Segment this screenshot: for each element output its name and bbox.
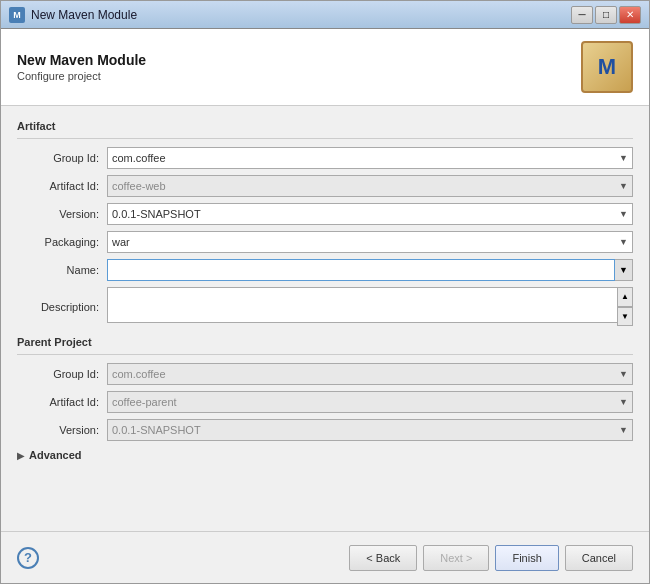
- close-button[interactable]: ✕: [619, 6, 641, 24]
- artifact-id-combo[interactable]: coffee-web ▼: [107, 175, 633, 197]
- title-bar: M New Maven Module ─ □ ✕: [1, 1, 649, 29]
- parent-group-id-control: com.coffee ▼: [107, 363, 633, 385]
- help-button[interactable]: ?: [17, 547, 39, 569]
- name-label: Name:: [17, 264, 107, 276]
- parent-artifact-id-combo[interactable]: coffee-parent ▼: [107, 391, 633, 413]
- artifact-id-row: Artifact Id: coffee-web ▼: [17, 175, 633, 197]
- name-dropdown-button[interactable]: ▼: [615, 259, 633, 281]
- parent-divider: [17, 354, 633, 355]
- group-id-row: Group Id: com.coffee ▼: [17, 147, 633, 169]
- advanced-label: Advanced: [29, 449, 82, 461]
- parent-version-label: Version:: [17, 424, 107, 436]
- packaging-label: Packaging:: [17, 236, 107, 248]
- advanced-triangle-icon: ▶: [17, 450, 25, 461]
- name-row: Name: ▼: [17, 259, 633, 281]
- parent-group-id-arrow-icon: ▼: [619, 369, 628, 379]
- packaging-arrow-icon: ▼: [619, 237, 628, 247]
- maximize-button[interactable]: □: [595, 6, 617, 24]
- dialog-title: New Maven Module: [17, 52, 146, 68]
- window-title: New Maven Module: [31, 8, 571, 22]
- parent-version-row: Version: 0.0.1-SNAPSHOT ▼: [17, 419, 633, 441]
- content-area: Artifact Group Id: com.coffee ▼ Artifact…: [1, 106, 649, 531]
- description-scroll-up[interactable]: ▲: [617, 287, 633, 307]
- advanced-row[interactable]: ▶ Advanced: [17, 449, 633, 461]
- description-control: ▲ ▼: [107, 287, 633, 326]
- parent-section-label: Parent Project: [17, 336, 633, 348]
- version-combo[interactable]: 0.0.1-SNAPSHOT ▼: [107, 203, 633, 225]
- parent-version-arrow-icon: ▼: [619, 425, 628, 435]
- header-section: New Maven Module Configure project M: [1, 29, 649, 106]
- dialog-subtitle: Configure project: [17, 70, 146, 82]
- minimize-button[interactable]: ─: [571, 6, 593, 24]
- parent-artifact-id-label: Artifact Id:: [17, 396, 107, 408]
- version-row: Version: 0.0.1-SNAPSHOT ▼: [17, 203, 633, 225]
- next-button[interactable]: Next >: [423, 545, 489, 571]
- footer-buttons: < Back Next > Finish Cancel: [349, 545, 633, 571]
- parent-group-id-label: Group Id:: [17, 368, 107, 380]
- artifact-id-control: coffee-web ▼: [107, 175, 633, 197]
- packaging-row: Packaging: war ▼: [17, 231, 633, 253]
- parent-version-control: 0.0.1-SNAPSHOT ▼: [107, 419, 633, 441]
- version-label: Version:: [17, 208, 107, 220]
- version-control: 0.0.1-SNAPSHOT ▼: [107, 203, 633, 225]
- name-control: ▼: [107, 259, 633, 281]
- description-scrollbar: ▲ ▼: [617, 287, 633, 326]
- parent-version-combo[interactable]: 0.0.1-SNAPSHOT ▼: [107, 419, 633, 441]
- description-scroll-down[interactable]: ▼: [617, 307, 633, 327]
- group-id-label: Group Id:: [17, 152, 107, 164]
- parent-artifact-id-arrow-icon: ▼: [619, 397, 628, 407]
- finish-button[interactable]: Finish: [495, 545, 558, 571]
- back-button[interactable]: < Back: [349, 545, 417, 571]
- group-id-combo[interactable]: com.coffee ▼: [107, 147, 633, 169]
- artifact-divider: [17, 138, 633, 139]
- artifact-id-label: Artifact Id:: [17, 180, 107, 192]
- footer: ? < Back Next > Finish Cancel: [1, 531, 649, 583]
- description-row: Description: ▲ ▼: [17, 287, 633, 326]
- group-id-arrow-icon: ▼: [619, 153, 628, 163]
- description-label: Description:: [17, 301, 107, 313]
- parent-group-id-combo[interactable]: com.coffee ▼: [107, 363, 633, 385]
- name-input[interactable]: [107, 259, 615, 281]
- maven-icon: M: [581, 41, 633, 93]
- cancel-button[interactable]: Cancel: [565, 545, 633, 571]
- artifact-id-arrow-icon: ▼: [619, 181, 628, 191]
- window-icon: M: [9, 7, 25, 23]
- parent-group-id-row: Group Id: com.coffee ▼: [17, 363, 633, 385]
- artifact-section-label: Artifact: [17, 120, 633, 132]
- main-window: M New Maven Module ─ □ ✕ New Maven Modul…: [0, 0, 650, 584]
- parent-artifact-id-control: coffee-parent ▼: [107, 391, 633, 413]
- group-id-control: com.coffee ▼: [107, 147, 633, 169]
- packaging-control: war ▼: [107, 231, 633, 253]
- header-text: New Maven Module Configure project: [17, 52, 146, 82]
- window-controls: ─ □ ✕: [571, 6, 641, 24]
- version-arrow-icon: ▼: [619, 209, 628, 219]
- description-input[interactable]: [107, 287, 633, 323]
- packaging-combo[interactable]: war ▼: [107, 231, 633, 253]
- parent-artifact-id-row: Artifact Id: coffee-parent ▼: [17, 391, 633, 413]
